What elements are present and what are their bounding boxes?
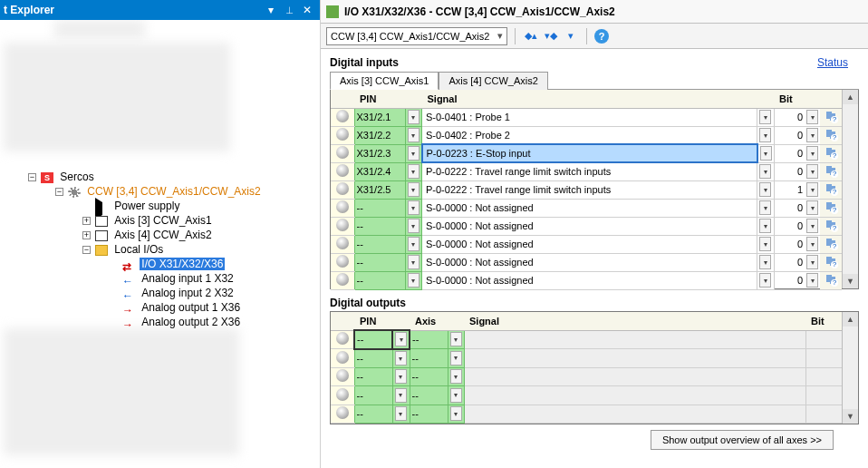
tree-node-sercos[interactable]: − S Sercos − CCW [3,4] CCW_Axis1/CCW_Axi… (28, 170, 316, 329)
bit-dropdown[interactable]: ▾ (805, 162, 820, 180)
chevron-down-icon[interactable]: ▾ (395, 406, 407, 421)
bit-dropdown[interactable]: ▾ (805, 144, 820, 162)
bit-dropdown[interactable]: ▾ (805, 108, 820, 126)
chevron-down-icon[interactable]: ▾ (759, 128, 771, 142)
signal-cell[interactable]: S-0-0000 : Not assigned (422, 235, 757, 253)
chevron-down-icon[interactable]: ▾ (450, 332, 462, 346)
table-row[interactable]: X31/2.5▾P-0-0222 : Travel range limit sw… (331, 180, 842, 199)
chevron-down-icon[interactable]: ▾ (806, 146, 818, 161)
pin-dropdown[interactable]: ▾ (405, 199, 422, 217)
bit-cell[interactable]: 0 (774, 144, 805, 162)
chevron-down-icon[interactable]: ▾ (759, 273, 771, 288)
tree-node-ao1[interactable]: → Analog output 1 X36 (110, 300, 316, 315)
signal-dropdown[interactable]: ▾ (757, 162, 775, 180)
pin-cell[interactable]: -- (354, 235, 405, 253)
table-row[interactable]: --▾--▾ (331, 367, 842, 386)
close-icon[interactable]: ✕ (298, 1, 316, 19)
bit-cell[interactable]: 0 (774, 217, 805, 235)
chevron-down-icon[interactable]: ▾ (450, 406, 462, 421)
signal-dropdown[interactable]: ▾ (757, 217, 775, 235)
axis-dropdown[interactable]: ▾ (448, 367, 464, 386)
action-cell[interactable] (820, 271, 842, 289)
copy-help-icon[interactable] (825, 273, 837, 286)
pin-cell[interactable]: -- (354, 367, 392, 386)
pin-dropdown[interactable]: ▾ (405, 217, 422, 235)
copy-help-icon[interactable] (825, 255, 837, 268)
chevron-down-icon[interactable]: ▾ (806, 200, 818, 215)
signal-cell[interactable]: S-0-0000 : Not assigned (422, 217, 757, 235)
bit-cell[interactable]: 0 (774, 162, 805, 180)
pin-cell[interactable]: X31/2.3 (354, 144, 405, 162)
copy-help-icon[interactable] (825, 200, 837, 213)
bit-cell[interactable]: 0 (774, 199, 805, 217)
scroll-down-icon[interactable]: ▼ (843, 409, 858, 424)
signal-cell[interactable]: S-0-0000 : Not assigned (422, 199, 757, 217)
pin-cell[interactable]: -- (354, 349, 392, 368)
chevron-down-icon[interactable]: ▾ (408, 146, 420, 161)
bit-cell[interactable]: 0 (774, 253, 805, 271)
tree-node-axis4[interactable]: + Axis [4] CCW_Axis2 (82, 228, 316, 242)
bit-dropdown[interactable]: ▾ (805, 271, 820, 289)
table-row[interactable]: X31/2.2▾S-0-0402 : Probe 2▾0▾ (331, 126, 842, 144)
bit-cell[interactable]: 1 (774, 180, 805, 199)
tree-node-io-selected[interactable]: ⇄ I/O X31/X32/X36 (110, 257, 316, 271)
copy-help-icon[interactable] (825, 237, 837, 249)
table-row[interactable]: --▾S-0-0000 : Not assigned▾0▾ (331, 253, 842, 271)
action-cell[interactable] (820, 253, 842, 271)
pin-cell[interactable]: X31/2.5 (354, 180, 405, 199)
tree-node-ai2[interactable]: ← Analog input 2 X32 (110, 286, 316, 300)
pin-cell[interactable]: -- (354, 330, 392, 349)
chevron-down-icon[interactable]: ▾ (759, 182, 771, 197)
chevron-down-icon[interactable]: ▾ (806, 255, 818, 269)
chevron-down-icon[interactable]: ▾ (806, 110, 818, 124)
signal-cell[interactable]: P-0-0223 : E-Stop input (422, 144, 757, 162)
copy-help-icon[interactable] (825, 110, 837, 122)
table-row[interactable]: --▾S-0-0000 : Not assigned▾0▾ (331, 271, 842, 289)
pin-cell[interactable]: -- (354, 271, 405, 289)
tree-node-ai1[interactable]: ← Analog input 1 X32 (110, 271, 316, 286)
chevron-down-icon[interactable]: ▾ (450, 388, 462, 403)
action-cell[interactable] (820, 108, 842, 126)
pin-cell[interactable]: -- (354, 217, 405, 235)
chevron-down-icon[interactable]: ▾ (408, 200, 420, 215)
table-row[interactable]: --▾S-0-0000 : Not assigned▾0▾ (331, 217, 842, 235)
pin-dropdown[interactable]: ▾ (392, 386, 410, 405)
collapse-icon[interactable]: − (55, 188, 63, 196)
signal-dropdown[interactable]: ▾ (757, 126, 775, 144)
pin-dropdown[interactable]: ▾ (405, 144, 422, 162)
pin-cell[interactable]: X31/2.2 (354, 126, 405, 144)
table-row[interactable]: X31/2.3▾P-0-0223 : E-Stop input▾0▾ (331, 144, 842, 162)
action-cell[interactable] (820, 162, 842, 180)
chevron-down-icon[interactable]: ▾ (395, 388, 407, 403)
status-link[interactable]: Status (817, 56, 848, 69)
scrollbar[interactable]: ▲ ▼ (842, 312, 858, 424)
chevron-down-icon[interactable]: ▾ (760, 146, 772, 161)
dropdown-icon[interactable]: ▾ (262, 1, 280, 19)
chevron-down-icon[interactable]: ▾ (408, 110, 420, 124)
copy-help-icon[interactable] (825, 182, 837, 195)
chevron-down-icon[interactable]: ▾ (450, 369, 462, 384)
signal-dropdown[interactable]: ▾ (757, 253, 775, 271)
action-cell[interactable] (820, 144, 842, 162)
bit-dropdown[interactable]: ▾ (805, 217, 820, 235)
action-cell[interactable] (820, 235, 842, 253)
bit-cell[interactable]: 0 (774, 235, 805, 253)
axis-dropdown[interactable]: ▾ (448, 330, 464, 349)
signal-dropdown[interactable]: ▾ (757, 108, 775, 126)
tree-node-localios[interactable]: − Local I/Os ⇄ I/O X31/X32/X36 (82, 242, 316, 329)
nav-first-button[interactable]: ◆▴ (523, 28, 539, 44)
bit-dropdown[interactable]: ▾ (805, 180, 820, 199)
chevron-down-icon[interactable]: ▾ (806, 128, 818, 142)
table-row[interactable]: --▾S-0-0000 : Not assigned▾0▾ (331, 235, 842, 253)
chevron-down-icon[interactable]: ▾ (395, 369, 407, 384)
signal-cell[interactable]: S-0-0401 : Probe 1 (422, 108, 757, 126)
chevron-down-icon[interactable]: ▾ (806, 164, 818, 179)
tree-node-power[interactable]: Power supply (82, 199, 316, 213)
nav-prev-button[interactable]: ▾◆ (543, 28, 559, 44)
pin-dropdown[interactable]: ▾ (392, 367, 410, 386)
axis-cell[interactable]: -- (410, 405, 448, 424)
scroll-down-icon[interactable]: ▼ (843, 274, 858, 288)
copy-help-icon[interactable] (825, 146, 837, 159)
scroll-up-icon[interactable]: ▲ (843, 312, 858, 327)
axis-dropdown[interactable]: ▾ (448, 405, 464, 424)
